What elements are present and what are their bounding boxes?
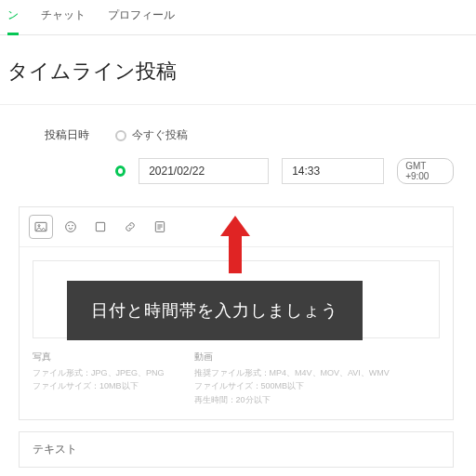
radio-icon bbox=[115, 130, 126, 141]
survey-icon[interactable] bbox=[148, 215, 172, 239]
svg-point-3 bbox=[69, 225, 70, 226]
tab-profile[interactable]: プロフィール bbox=[108, 0, 175, 34]
tab-chat[interactable]: チャット bbox=[41, 0, 86, 34]
sticker-icon[interactable] bbox=[88, 215, 112, 239]
svg-point-2 bbox=[66, 222, 76, 232]
svg-point-1 bbox=[38, 225, 40, 227]
page-title: タイムライン投稿 bbox=[0, 35, 476, 104]
media-meta: 写真 ファイル形式：JPG、JPEG、PNG ファイルサイズ：10MB以下 動画… bbox=[20, 338, 453, 419]
text-section[interactable]: テキスト bbox=[19, 431, 454, 468]
time-input[interactable] bbox=[282, 158, 384, 184]
date-input[interactable] bbox=[139, 158, 269, 184]
image-icon[interactable] bbox=[29, 215, 53, 239]
photo-meta: 写真 ファイル形式：JPG、JPEG、PNG ファイルサイズ：10MB以下 bbox=[33, 350, 165, 406]
tab-timeline[interactable]: ン bbox=[7, 0, 19, 35]
svg-rect-5 bbox=[96, 222, 104, 231]
top-tabs: ン チャット プロフィール bbox=[0, 0, 476, 35]
svg-point-4 bbox=[73, 225, 73, 226]
divider bbox=[0, 104, 476, 105]
smile-icon[interactable] bbox=[59, 215, 83, 239]
post-datetime-label: 投稿日時 bbox=[45, 127, 100, 143]
radio-scheduled[interactable] bbox=[115, 165, 126, 177]
annotation-arrow bbox=[221, 216, 249, 271]
gmt-badge: GMT +9:00 bbox=[397, 158, 454, 184]
video-meta: 動画 推奨ファイル形式：MP4、M4V、MOV、AVI、WMV ファイルサイズ：… bbox=[194, 350, 390, 406]
link-icon[interactable] bbox=[118, 215, 142, 239]
annotation-callout: 日付と時間帯を入力しましょう bbox=[67, 281, 363, 340]
radio-now-label: 今すぐ投稿 bbox=[132, 127, 188, 143]
form-area: 投稿日時 今すぐ投稿 GMT +9:00 bbox=[0, 112, 476, 184]
radio-now[interactable]: 今すぐ投稿 bbox=[115, 127, 188, 143]
